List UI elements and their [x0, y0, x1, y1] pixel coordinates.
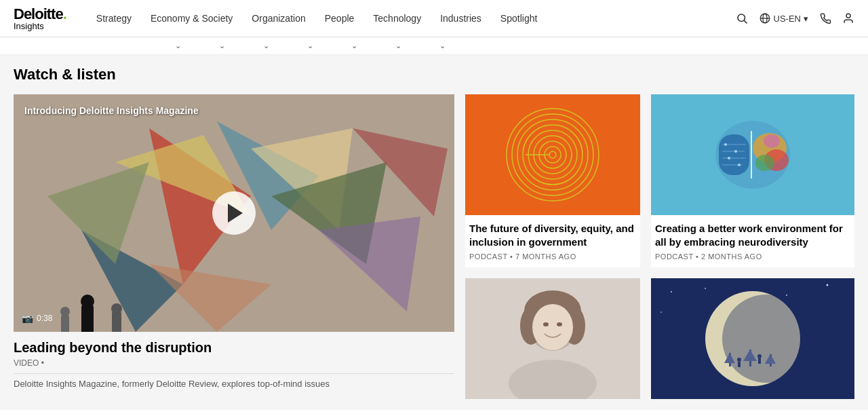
svg-point-65 [660, 311, 662, 313]
video-overlay-label: Introducing Deloitte Insights Magazine [24, 105, 199, 116]
card-neurodiversity[interactable]: Creating a better work environment for a… [651, 94, 854, 267]
main-card-meta: VIDEO • [14, 358, 454, 368]
svg-rect-37 [719, 134, 749, 175]
svg-rect-22 [112, 311, 121, 332]
main-card-body: Leading beyond the disruption VIDEO • De… [14, 332, 454, 390]
svg-point-67 [722, 295, 810, 383]
card-portrait-image [465, 278, 640, 399]
card-dei-government[interactable]: The future of diversity, equity, and inc… [465, 94, 640, 267]
nav-organization[interactable]: Organization [242, 13, 315, 24]
dropdown-strategy[interactable]: ⌄ [156, 41, 200, 50]
card-moon[interactable] [651, 278, 854, 399]
svg-point-50 [738, 164, 741, 166]
logo-name: Deloitte. [14, 7, 66, 22]
svg-point-44 [755, 155, 774, 171]
svg-rect-77 [758, 358, 761, 364]
card-moon-image [651, 278, 854, 399]
nav-people[interactable]: People [315, 13, 364, 24]
main-nav: Strategy Economy & Society Organization … [87, 13, 736, 24]
card-neuro-separator: • [696, 252, 701, 261]
dropdown-row: ⌄ ⌄ ⌄ ⌄ ⌄ ⌄ ⌄ [0, 37, 868, 55]
language-selector[interactable]: US-EN ▾ [759, 12, 808, 24]
svg-point-64 [827, 284, 829, 286]
video-thumbnail[interactable]: Introducing Deloitte Insights Magazine 📷… [14, 94, 454, 332]
main-video-card[interactable]: Introducing Deloitte Insights Magazine 📷… [14, 94, 454, 399]
svg-point-59 [557, 322, 562, 326]
svg-point-47 [724, 143, 727, 146]
svg-point-61 [671, 291, 672, 292]
phone-button[interactable] [819, 12, 831, 24]
dropdown-industries[interactable]: ⌄ [376, 41, 420, 50]
svg-point-35 [507, 109, 599, 201]
dropdown-economy[interactable]: ⌄ [200, 41, 244, 50]
search-button[interactable] [736, 12, 748, 24]
svg-rect-24 [61, 315, 69, 332]
main-content: Watch & listen [0, 55, 868, 410]
card-neuro-image [651, 94, 854, 215]
svg-point-34 [512, 114, 593, 195]
nav-economy-society[interactable]: Economy & Society [141, 13, 242, 24]
card-neuro-time: 2 months ago [701, 252, 762, 261]
nav-strategy[interactable]: Strategy [87, 13, 141, 24]
svg-rect-20 [81, 305, 94, 332]
content-grid: Introducing Deloitte Insights Magazine 📷… [14, 94, 854, 399]
svg-point-5 [846, 14, 850, 18]
card-dei-separator: • [510, 252, 515, 261]
header-actions: US-EN ▾ [736, 12, 854, 24]
user-button[interactable] [842, 12, 854, 24]
svg-point-74 [737, 358, 741, 362]
duration-text: 0:38 [37, 314, 52, 323]
camera-icon: 📷 [22, 313, 33, 324]
svg-point-49 [728, 157, 730, 159]
video-duration: 📷 0:38 [22, 313, 52, 324]
play-icon [228, 204, 243, 223]
svg-point-76 [757, 354, 762, 358]
svg-rect-75 [738, 362, 741, 367]
dropdown-people[interactable]: ⌄ [288, 41, 332, 50]
svg-point-25 [60, 307, 70, 316]
card-portrait[interactable] [465, 278, 640, 399]
card-neuro-type: PODCAST [655, 252, 693, 261]
card-dei-title: The future of diversity, equity, and inc… [469, 222, 636, 248]
logo[interactable]: Deloitte. Insights [14, 7, 66, 31]
svg-point-63 [786, 295, 787, 296]
nav-industries[interactable]: Industries [431, 13, 491, 24]
card-dei-type: PODCAST [469, 252, 507, 261]
nav-technology[interactable]: Technology [363, 13, 431, 24]
card-neuro-meta: PODCAST • 2 months ago [655, 252, 850, 261]
video-type: VIDEO • [14, 358, 44, 368]
card-dei-meta: PODCAST • 7 months ago [469, 252, 636, 261]
svg-point-0 [738, 14, 745, 22]
card-dei-time: 7 months ago [515, 252, 576, 261]
card-dei-image [465, 94, 640, 215]
site-header: Deloitte. Insights Strategy Economy & So… [0, 0, 868, 37]
section-title: Watch & listen [14, 66, 854, 83]
dropdown-technology[interactable]: ⌄ [332, 41, 376, 50]
dropdown-spotlight[interactable]: ⌄ [420, 41, 465, 50]
svg-point-23 [111, 303, 122, 314]
play-button[interactable] [212, 191, 256, 235]
svg-point-27 [549, 151, 556, 158]
svg-point-48 [734, 150, 737, 153]
card-dei-body: The future of diversity, equity, and inc… [465, 215, 640, 267]
logo-sub: Insights [14, 22, 66, 31]
svg-point-56 [532, 304, 573, 350]
card-neuro-body: Creating a better work environment for a… [651, 215, 854, 267]
svg-point-45 [764, 134, 780, 148]
nav-spotlight[interactable]: Spotlight [491, 13, 547, 24]
main-card-title: Leading beyond the disruption [14, 340, 454, 356]
svg-point-58 [543, 322, 549, 326]
svg-line-1 [744, 20, 747, 23]
svg-point-21 [81, 295, 94, 308]
lang-label: US-EN [774, 14, 801, 24]
svg-point-62 [705, 288, 706, 289]
main-card-desc: Deloitte Insights Magazine, formerly Del… [14, 378, 454, 390]
dropdown-organization[interactable]: ⌄ [244, 41, 288, 50]
lang-chevron: ▾ [804, 14, 808, 24]
card-neuro-title: Creating a better work environment for a… [655, 222, 850, 248]
